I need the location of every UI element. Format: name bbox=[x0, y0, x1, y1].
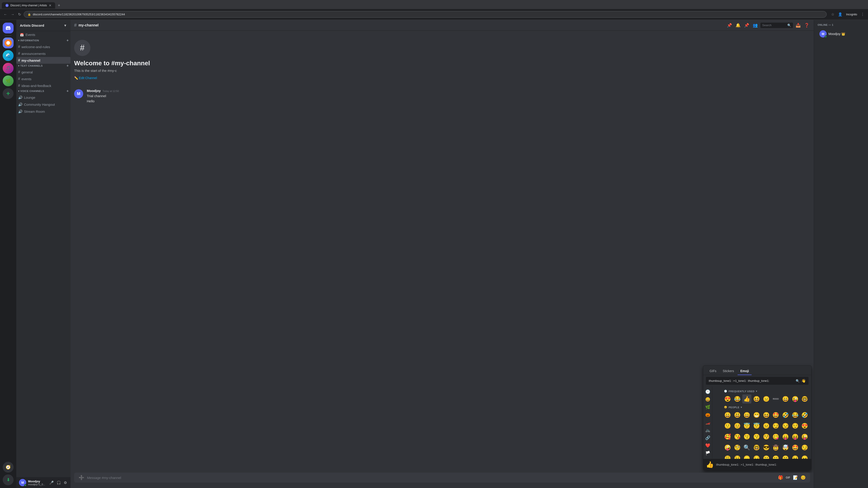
emoji-slight-frown[interactable]: 🙁 bbox=[771, 454, 780, 459]
gift-btn[interactable]: 🎁 bbox=[777, 474, 784, 481]
emoji-smirk2[interactable]: 😏 bbox=[800, 443, 809, 452]
emoji-frown[interactable]: ☹️ bbox=[781, 454, 790, 459]
emoji-slightly-smiling[interactable]: 🙂 bbox=[723, 421, 732, 430]
tab-close-btn[interactable]: ✕ bbox=[49, 4, 52, 7]
emoji-sidebar-recent[interactable]: 🕐 bbox=[704, 388, 711, 395]
emoji-rofl2[interactable]: 🤣 bbox=[800, 411, 809, 420]
emoji-worried[interactable]: 😟 bbox=[733, 454, 742, 459]
emoji-sidebar-symbols[interactable]: ❤️ bbox=[704, 442, 711, 449]
download-btn[interactable]: ⬇ bbox=[3, 475, 13, 485]
voice-channel-stream[interactable]: 🔊 Stream Room bbox=[16, 108, 70, 115]
emoji-sidebar-people[interactable]: 😀 bbox=[704, 396, 711, 403]
server-icon-2[interactable]: 🌊 bbox=[3, 50, 13, 61]
channel-item-my-channel[interactable]: # my-channel 👥 ⚙ bbox=[16, 57, 70, 64]
emoji-wink2[interactable]: 😜 bbox=[800, 432, 809, 441]
emoji-beam[interactable]: 😁 bbox=[752, 411, 761, 420]
channel-item-welcome[interactable]: # welcome-and-rules bbox=[16, 43, 70, 50]
emoji-kissing-smiling[interactable]: 😙 bbox=[752, 432, 761, 441]
emoji-confused[interactable]: 😕 bbox=[762, 454, 771, 459]
channel-item-announcements[interactable]: # announcements bbox=[16, 50, 70, 57]
emoji-tab-stickers[interactable]: Stickers bbox=[720, 367, 737, 375]
emoji-stuck-out[interactable]: 😛 bbox=[781, 432, 790, 441]
emoji-btn-thumbsup[interactable]: 👍 bbox=[742, 394, 751, 403]
emoji-relieved[interactable]: 😌 bbox=[791, 421, 800, 430]
back-btn[interactable]: ← bbox=[3, 11, 8, 18]
emoji-heart-eyes2[interactable]: 😍 bbox=[800, 421, 809, 430]
events-item[interactable]: 📅 Events bbox=[16, 31, 70, 38]
emoji-squinting[interactable]: 😝 bbox=[791, 432, 800, 441]
emoji-btn-nerd[interactable]: 🤓 bbox=[800, 394, 809, 403]
emoji-section-frequent[interactable]: 🕐 FREQUENTLY USED ▾ bbox=[723, 388, 809, 394]
emoji-sidebar-activities[interactable]: 🚲 bbox=[704, 427, 711, 433]
emoji-btn-laughing[interactable]: 😆 bbox=[752, 394, 761, 403]
emoji-flushed[interactable]: 😤 bbox=[723, 454, 732, 459]
emoji-persevering[interactable]: 😣 bbox=[791, 454, 800, 459]
emoji-glasses[interactable]: 🤓 bbox=[752, 443, 761, 452]
member-item-moodjoy[interactable]: M Moodjoy 👑 bbox=[817, 29, 864, 39]
emoji-sunglasses[interactable]: 😎 bbox=[762, 443, 771, 452]
emoji-squint[interactable]: 😆 bbox=[762, 411, 771, 420]
emoji-unamused[interactable]: 😒 bbox=[781, 421, 790, 430]
emoji-grin[interactable]: 😀 bbox=[723, 411, 732, 420]
channel-item-events[interactable]: # events bbox=[16, 75, 70, 82]
emoji-section-people[interactable]: 😀 PEOPLE ▾ bbox=[723, 404, 809, 410]
emoji-kissing-closed[interactable]: 😚 bbox=[762, 432, 771, 441]
section-add-voice[interactable]: + bbox=[66, 89, 69, 93]
section-header-text-channels[interactable]: ▾ TEXT CHANNELS + bbox=[16, 64, 70, 69]
emoji-btn-heart-eyes[interactable]: 😍 bbox=[723, 394, 732, 403]
server-header[interactable]: Artists Discord ▼ bbox=[16, 20, 70, 31]
emoji-smiley[interactable]: 😃 bbox=[733, 411, 742, 420]
channel-settings-btn[interactable]: ⚙ bbox=[66, 59, 69, 62]
emoji-tab-emoji[interactable]: Emoji bbox=[738, 367, 752, 375]
emoji-sidebar-objects[interactable]: 🔗 bbox=[704, 434, 711, 441]
new-tab-btn[interactable]: + bbox=[56, 2, 62, 9]
server-icon-3[interactable]: 🎵 bbox=[3, 63, 13, 74]
notification-btn[interactable]: 🔔 bbox=[735, 22, 741, 29]
channel-item-ideas[interactable]: # ideas-and-feedback bbox=[16, 82, 70, 89]
server-icon-artists[interactable] bbox=[3, 37, 13, 48]
emoji-blush[interactable]: 😊 bbox=[733, 421, 742, 430]
emoji-btn-expressionless[interactable]: 😑 bbox=[762, 394, 771, 403]
discord-home-btn[interactable] bbox=[3, 23, 13, 33]
voice-channel-lounge[interactable]: 🔊 Lounge bbox=[16, 94, 70, 101]
members-btn[interactable]: 👥 bbox=[752, 22, 758, 29]
profile-btn[interactable]: 👤 bbox=[837, 11, 843, 18]
emoji-smirk[interactable]: 😏 bbox=[771, 421, 780, 430]
edit-channel-btn[interactable]: ✏️ Edit Channel bbox=[74, 76, 97, 80]
menu-btn[interactable]: ⋮ bbox=[860, 11, 865, 18]
emoji-anguished[interactable]: 😖 bbox=[800, 454, 809, 459]
emoji-btn-minus[interactable]: ➖ bbox=[771, 394, 780, 403]
help-btn[interactable]: ❓ bbox=[803, 22, 810, 29]
pin-btn[interactable]: 📌 bbox=[726, 22, 733, 29]
section-add-text[interactable]: + bbox=[66, 64, 69, 68]
emoji-yum[interactable]: 😋 bbox=[771, 432, 780, 441]
emoji-btn[interactable]: 😊 bbox=[800, 474, 807, 481]
emoji-zany[interactable]: 🤪 bbox=[723, 443, 732, 452]
emoji-innocent[interactable]: 😇 bbox=[742, 421, 751, 430]
input-add-btn[interactable]: ➕ bbox=[78, 473, 85, 482]
address-bar[interactable]: 🔒 discord.com/channels/11823620100679352… bbox=[24, 11, 827, 18]
emoji-smile[interactable]: 😄 bbox=[742, 411, 751, 420]
emoji-disappointed[interactable]: 😞 bbox=[742, 454, 751, 459]
sticker-btn[interactable]: 📝 bbox=[792, 474, 799, 481]
section-header-voice-channels[interactable]: ▾ VOICE CHANNELS + bbox=[16, 89, 70, 94]
emoji-search-input[interactable] bbox=[708, 379, 794, 383]
emoji-smiling-hearts[interactable]: 🥰 bbox=[723, 432, 732, 441]
emoji-joy2[interactable]: 😂 bbox=[791, 411, 800, 420]
emoji-btn-grin[interactable]: 😄 bbox=[781, 394, 790, 403]
emoji-btn-joy[interactable]: 😂 bbox=[733, 394, 742, 403]
emoji-halo[interactable]: 😇 bbox=[752, 421, 761, 430]
emoji-exploding[interactable]: 🤯 bbox=[781, 443, 790, 452]
emoji-cowboy[interactable]: 🤠 bbox=[771, 443, 780, 452]
server-icon-4[interactable]: 🌿 bbox=[3, 75, 13, 86]
emoji-monocle[interactable]: 🧐 bbox=[733, 443, 742, 452]
emoji-sidebar-travel[interactable]: 🏎️ bbox=[704, 419, 711, 426]
emoji-rofl[interactable]: 🤣 bbox=[781, 411, 790, 420]
gif-btn[interactable]: GIF bbox=[785, 476, 791, 480]
forward-btn[interactable]: → bbox=[10, 11, 16, 18]
section-add-information[interactable]: + bbox=[66, 38, 69, 42]
channel-item-general[interactable]: # general bbox=[16, 69, 70, 75]
mute-btn[interactable]: 🎤 bbox=[49, 480, 55, 486]
emoji-skin-tone-btn[interactable]: 👋 bbox=[801, 378, 806, 383]
follow-btn[interactable]: 📌 bbox=[743, 22, 750, 29]
